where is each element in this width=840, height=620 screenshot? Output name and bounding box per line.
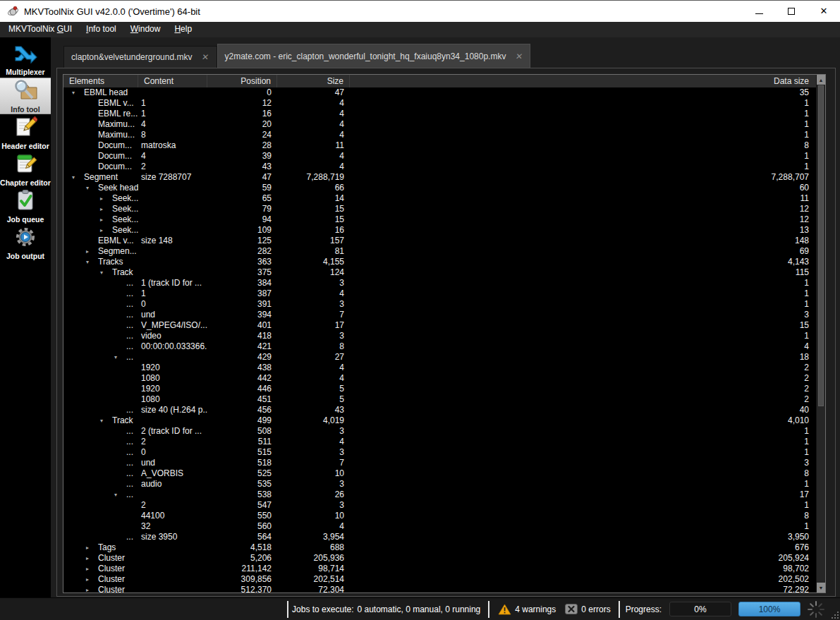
collapse-arrow-icon[interactable]: ▸ <box>86 585 89 592</box>
collapse-arrow-icon[interactable]: ▸ <box>86 246 89 257</box>
table-row[interactable]: EBML v...size 148125157148 <box>63 236 816 246</box>
column-header-size[interactable]: Size <box>277 75 350 87</box>
vertical-scrollbar[interactable]: ▲ ▼ <box>816 75 825 592</box>
table-row[interactable]: 108045152 <box>63 394 816 405</box>
close-button[interactable]: ✕ <box>808 1 840 22</box>
table-row[interactable]: 254731 <box>63 500 816 511</box>
table-row[interactable]: ...audio53531 <box>63 479 816 490</box>
column-header-content[interactable]: Content <box>138 75 207 87</box>
file-tab-1[interactable]: y2mate.com - eric_clapton_wonderful_toni… <box>217 44 531 68</box>
column-header-elements[interactable]: Elements <box>63 75 138 87</box>
info-tool-icon <box>13 79 38 104</box>
table-row[interactable]: ...und51873 <box>63 458 816 468</box>
collapse-arrow-icon[interactable]: ▸ <box>86 574 89 585</box>
table-row[interactable]: ...2 (track ID for ...50831 <box>63 426 816 437</box>
expand-arrow-icon[interactable]: ▾ <box>86 183 89 193</box>
table-row[interactable]: 108044242 <box>63 373 816 384</box>
expand-arrow-icon[interactable]: ▾ <box>114 352 117 363</box>
sidebar-item-job-output[interactable]: Job output <box>0 224 51 261</box>
table-row[interactable]: 44100550108 <box>63 511 816 521</box>
table-row[interactable]: ...video41831 <box>63 331 816 341</box>
collapse-arrow-icon[interactable]: ▸ <box>86 542 89 553</box>
expand-arrow-icon[interactable]: ▾ <box>72 87 75 98</box>
table-row[interactable]: ▸Seek...651411 <box>63 193 816 204</box>
sidebar-item-header-editor[interactable]: Header editor <box>0 114 51 151</box>
table-row[interactable]: ▸Cluster512,37072,30472,292 <box>63 585 816 592</box>
file-tab-0[interactable]: clapton&velvetunderground.mkv✕ <box>63 46 217 68</box>
size-cell: 98,714 <box>277 564 350 574</box>
table-row[interactable]: ...051531 <box>63 447 816 458</box>
table-row[interactable]: ...size 40 (H.264 p...4564340 <box>63 405 816 415</box>
table-row[interactable]: ...size 39505643,9543,950 <box>63 532 816 542</box>
tab-close-icon[interactable]: ✕ <box>515 51 523 61</box>
table-row[interactable]: ▸Cluster309,856202,514202,502 <box>63 574 816 585</box>
content-cell: 32 <box>138 521 207 532</box>
scroll-up-button[interactable]: ▲ <box>817 75 825 85</box>
table-row[interactable]: ▸Seek...791512 <box>63 204 816 214</box>
sidebar-item-multiplexer[interactable]: Multiplexer <box>0 41 51 78</box>
scrollbar-thumb[interactable] <box>818 85 824 406</box>
table-row[interactable]: ▾Seek head596660 <box>63 183 816 193</box>
table-row[interactable]: ...A_VORBIS525108 <box>63 468 816 479</box>
table-row[interactable]: 192044652 <box>63 384 816 394</box>
collapse-arrow-icon[interactable]: ▸ <box>100 204 103 214</box>
menu-item-window[interactable]: Window <box>123 22 168 37</box>
table-row[interactable]: Docum...matroska28118 <box>63 140 816 151</box>
size-cell: 4 <box>277 162 350 172</box>
table-row[interactable]: ...138741 <box>63 288 816 299</box>
table-row[interactable]: ...1 (track ID for ...38431 <box>63 278 816 288</box>
table-row[interactable]: Docum...43941 <box>63 151 816 162</box>
collapse-arrow-icon[interactable]: ▸ <box>100 193 103 204</box>
table-row[interactable]: ▸Seek...1091613 <box>63 225 816 236</box>
collapse-arrow-icon[interactable]: ▸ <box>100 225 103 236</box>
expand-arrow-icon[interactable]: ▾ <box>72 172 75 183</box>
collapse-arrow-icon[interactable]: ▸ <box>100 214 103 225</box>
sidebar-item-info-tool[interactable]: Info tool <box>0 78 51 114</box>
table-row[interactable]: ▾...4292718 <box>63 352 816 363</box>
table-row[interactable]: ...00:00:00.033366...42184 <box>63 341 816 352</box>
element-cell: Docum... <box>63 162 138 172</box>
table-row[interactable]: EBML re...11641 <box>63 109 816 119</box>
table-row[interactable]: Docum...24341 <box>63 162 816 172</box>
table-row[interactable]: Maximu...82441 <box>63 130 816 140</box>
table-row[interactable]: ▾Segmentsize 7288707477,288,7197,288,707 <box>63 172 816 183</box>
table-row[interactable]: ▸Cluster211,14298,71498,702 <box>63 564 816 574</box>
table-row[interactable]: ...V_MPEG4/ISO/...4011715 <box>63 320 816 331</box>
table-row[interactable]: ▸Cluster5,206205,936205,924 <box>63 553 816 564</box>
table-row[interactable]: ▸Tags4,518688676 <box>63 542 816 553</box>
menu-item-info-tool[interactable]: Info tool <box>79 22 123 37</box>
table-row[interactable]: ...251141 <box>63 437 816 447</box>
expand-arrow-icon[interactable]: ▾ <box>86 257 89 267</box>
table-row[interactable]: ▾Track4994,0194,010 <box>63 415 816 426</box>
collapse-arrow-icon[interactable]: ▸ <box>86 553 89 564</box>
table-row[interactable]: 192043842 <box>63 363 816 373</box>
column-header-data-size[interactable]: Data size <box>350 75 816 87</box>
expand-arrow-icon[interactable]: ▾ <box>100 267 103 278</box>
table-row[interactable]: ...und39473 <box>63 310 816 320</box>
table-row[interactable]: ...039131 <box>63 299 816 310</box>
resize-grip[interactable] <box>830 610 840 620</box>
table-row[interactable]: ▾EBML head04735 <box>63 87 816 98</box>
tab-close-icon[interactable]: ✕ <box>201 52 209 62</box>
menu-item-help[interactable]: Help <box>167 22 199 37</box>
scroll-down-button[interactable]: ▼ <box>817 583 825 592</box>
table-row[interactable]: ▾...5382617 <box>63 490 816 500</box>
table-row[interactable]: ▾Track375124115 <box>63 267 816 278</box>
element-cell: Maximu... <box>63 130 138 140</box>
column-header-position[interactable]: Position <box>207 75 277 87</box>
table-row[interactable]: Maximu...42041 <box>63 119 816 130</box>
table-row[interactable]: ▸Segmen...2828169 <box>63 246 816 257</box>
maximize-button[interactable] <box>775 1 808 22</box>
table-row[interactable]: ▾Tracks3634,1554,143 <box>63 257 816 267</box>
table-row[interactable]: 3256041 <box>63 521 816 532</box>
sidebar-item-job-queue[interactable]: Job queue <box>0 188 51 224</box>
table-row[interactable]: ▸Seek...941512 <box>63 214 816 225</box>
table-row[interactable]: EBML v...11241 <box>63 98 816 109</box>
expand-arrow-icon[interactable]: ▾ <box>100 415 103 426</box>
minimize-button[interactable] <box>743 1 775 22</box>
menu-item-mkvtoolnix-gui[interactable]: MKVToolNix GUI <box>1 22 79 37</box>
collapse-arrow-icon[interactable]: ▸ <box>86 564 89 574</box>
element-name: ... <box>126 341 133 352</box>
sidebar-item-chapter-editor[interactable]: Chapter editor <box>0 151 51 188</box>
expand-arrow-icon[interactable]: ▾ <box>114 490 117 500</box>
